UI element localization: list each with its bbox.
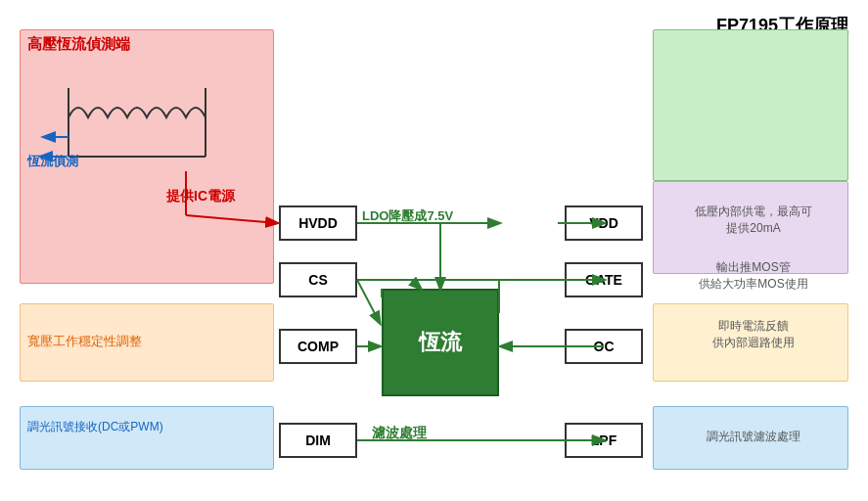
cs-box: CS	[279, 262, 357, 297]
hvdd-box: HVDD	[279, 205, 357, 241]
oc-box: OC	[565, 329, 643, 364]
region-blue-left	[20, 406, 274, 470]
filter-label: 濾波處理	[372, 425, 427, 442]
provide-ic-label: 提供IC電源	[166, 188, 235, 205]
svg-line-17	[411, 280, 421, 289]
blue-left-label: 調光訊號接收(DC或PWM)	[27, 419, 163, 435]
gate-annotation: 輸出推MOS管供給大功率MOS使用	[661, 259, 846, 293]
lpf-annotation: 調光訊號濾波處理	[661, 429, 846, 445]
lpf-box: LPF	[565, 423, 643, 458]
vdd-annotation: 低壓內部供電，最高可提供20mA	[661, 204, 846, 237]
dim-box: DIM	[279, 423, 357, 458]
vdd-box: VDD	[565, 205, 643, 241]
constant-current-label: 恆流偵測	[27, 153, 78, 170]
center-constant-current-box: 恆流	[382, 289, 499, 396]
svg-line-9	[357, 280, 380, 323]
ldo-label: LDO降壓成7.5V	[362, 207, 453, 225]
region-green	[653, 29, 848, 181]
orange-left-label: 寬壓工作穩定性調整	[27, 333, 142, 350]
oc-annotation: 即時電流反饋供內部迴路使用	[661, 318, 846, 351]
diagram-container: FP7195工作原理 高壓恆流偵測端 寬壓工作穩定性調整 調光訊號接收(DC或P…	[0, 0, 868, 501]
pink-region-label: 高壓恆流偵測端	[27, 35, 130, 54]
gate-box: GATE	[565, 262, 643, 297]
comp-box: COMP	[279, 329, 357, 364]
